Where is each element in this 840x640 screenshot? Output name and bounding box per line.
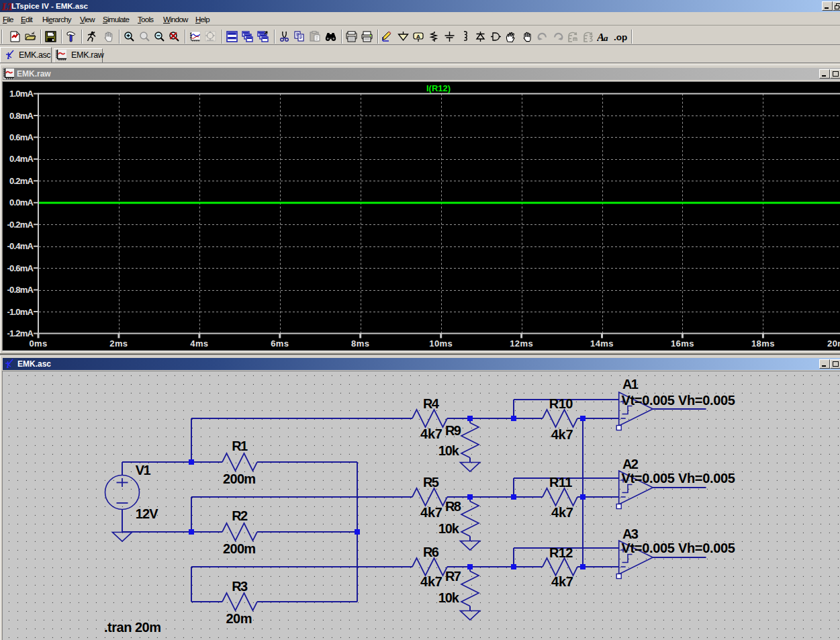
svg-text:R1: R1	[232, 439, 248, 453]
svg-text:200m: 200m	[223, 471, 255, 486]
svg-text:A1: A1	[622, 377, 639, 392]
svg-text:R12: R12	[549, 545, 573, 560]
svg-text:4k7: 4k7	[551, 427, 573, 442]
svg-text:10k: 10k	[438, 443, 460, 458]
svg-text:10k: 10k	[438, 590, 460, 605]
svg-text:Vt=0.005 Vh=0.005: Vt=0.005 Vh=0.005	[622, 471, 735, 486]
svg-text:R9: R9	[445, 423, 461, 438]
svg-text:R10: R10	[549, 396, 573, 411]
svg-text:R3: R3	[232, 579, 248, 594]
svg-text:A2: A2	[622, 457, 639, 471]
svg-text:4k7: 4k7	[551, 505, 573, 520]
svg-text:V1: V1	[136, 463, 151, 477]
svg-text:4k7: 4k7	[551, 574, 573, 589]
svg-text:4k7: 4k7	[420, 426, 442, 441]
svg-text:R8: R8	[445, 499, 461, 514]
svg-text:4k7: 4k7	[420, 574, 442, 589]
svg-text:10k: 10k	[438, 521, 460, 536]
svg-text:12V: 12V	[136, 506, 159, 521]
svg-text:Vt=0.005 Vh=0.005: Vt=0.005 Vh=0.005	[622, 393, 735, 408]
svg-text:Vt=0.005 Vh=0.005: Vt=0.005 Vh=0.005	[622, 541, 735, 555]
svg-text:20m: 20m	[226, 611, 252, 626]
svg-text:200m: 200m	[223, 541, 255, 556]
svg-text:R6: R6	[423, 545, 439, 559]
svg-text:.tran 20m: .tran 20m	[104, 620, 161, 635]
svg-text:R5: R5	[423, 475, 439, 490]
svg-text:A3: A3	[622, 527, 639, 541]
svg-text:R11: R11	[549, 475, 572, 490]
svg-text:4k7: 4k7	[420, 505, 442, 520]
svg-text:R2: R2	[232, 508, 248, 523]
svg-text:R4: R4	[423, 396, 440, 411]
svg-text:R7: R7	[445, 569, 461, 584]
